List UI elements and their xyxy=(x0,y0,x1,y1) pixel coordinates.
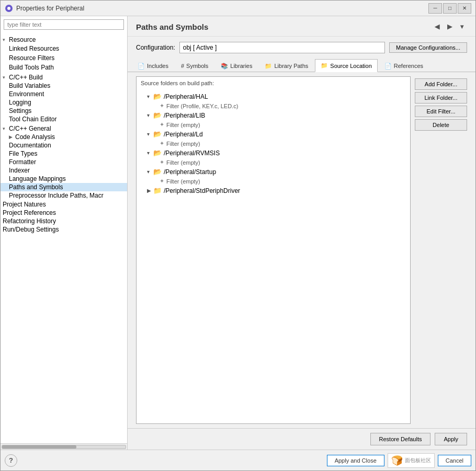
sidebar-item-resource-filters[interactable]: Resource Filters xyxy=(1,54,127,62)
source-row-ld-filter[interactable]: ✦ Filter (empty) xyxy=(137,139,410,148)
sidebar-item-file-types[interactable]: File Types xyxy=(1,150,127,158)
panel-title: Paths and Symbols xyxy=(136,22,208,31)
tab-symbols[interactable]: # Symbols xyxy=(175,59,214,72)
filter-icon-startup: ✦ xyxy=(160,178,164,185)
filter-text-lib: Filter (empty) xyxy=(166,122,200,128)
filter-text-startup: Filter (empty) xyxy=(166,178,200,185)
main-title-row: Paths and Symbols ◀ ▶ ▾ xyxy=(136,21,467,32)
source-panel-label: Source folders on build path: xyxy=(137,77,410,89)
tree-item-resource-filters: Resource Filters xyxy=(1,53,127,63)
sidebar-item-formatter[interactable]: Formatter xyxy=(1,158,127,166)
source-row-stdperiphdriver[interactable]: ▶ 📁 /Peripheral/StdPeriphDriver xyxy=(137,186,410,196)
symbols-tab-icon: # xyxy=(181,63,184,69)
main-header: Paths and Symbols ◀ ▶ ▾ xyxy=(128,16,475,37)
link-folder-button[interactable]: Link Folder... xyxy=(415,92,467,104)
collapse-arrow-lib: ▾ xyxy=(147,112,153,118)
tree-item-build-tools: Build Tools Path xyxy=(1,63,127,72)
close-button[interactable]: ✕ xyxy=(458,3,471,14)
sidebar-item-build-variables[interactable]: Build Variables xyxy=(1,82,127,90)
sidebar-label: Resource Filters xyxy=(9,54,54,62)
sidebar-item-refactoring-history[interactable]: Refactoring History xyxy=(1,217,127,225)
tab-references[interactable]: 📄 References xyxy=(379,59,429,72)
config-select[interactable]: obj [ Active ] xyxy=(179,42,385,53)
tree-item-cpp-general: ▾ C/C++ General ▶ Code Analysis Document… xyxy=(1,124,127,200)
filter-text-hal: Filter (Profile, KEY.c, LED.c) xyxy=(166,103,238,109)
tab-library-paths[interactable]: 📁 Library Paths xyxy=(259,59,314,72)
help-footer: ? Apply and Close 🍞 面包板社区 Cancel xyxy=(1,450,475,470)
maximize-button[interactable]: □ xyxy=(443,3,457,14)
tab-label-symbols: Symbols xyxy=(186,63,208,69)
properties-window: Properties for Peripheral ─ □ ✕ ▾ Resour… xyxy=(0,0,476,471)
tab-source-location[interactable]: 📁 Source Location xyxy=(315,59,378,72)
sidebar-item-logging[interactable]: Logging xyxy=(1,98,127,107)
back-button[interactable]: ◀ xyxy=(432,21,442,32)
libraries-tab-icon: 📚 xyxy=(221,63,228,70)
sidebar-item-language-mappings[interactable]: Language Mappings xyxy=(1,175,127,183)
source-tree-panel: Source folders on build path: ▾ 📂 /Perip… xyxy=(136,76,411,424)
apply-and-close-button[interactable]: Apply and Close xyxy=(327,455,384,466)
filter-text-ld: Filter (empty) xyxy=(166,141,200,147)
filter-icon-lib: ✦ xyxy=(160,121,164,128)
sidebar-item-build-tools[interactable]: Build Tools Path xyxy=(1,63,127,72)
source-row-lib-filter[interactable]: ✦ Filter (empty) xyxy=(137,120,410,129)
sidebar-label: Preprocessor Include Paths, Macr xyxy=(9,192,104,199)
scrollbar-thumb[interactable] xyxy=(2,445,76,449)
sidebar-item-paths-and-symbols[interactable]: Paths and Symbols xyxy=(1,183,127,191)
restore-defaults-button[interactable]: Restore Defaults xyxy=(370,433,431,445)
tab-libraries[interactable]: 📚 Libraries xyxy=(215,59,258,72)
main-panel: Paths and Symbols ◀ ▶ ▾ Configuration: o… xyxy=(128,16,475,450)
sidebar-item-cpp-build[interactable]: ▾ C/C++ Build xyxy=(1,73,127,82)
brand-icon: 🍞 xyxy=(391,455,403,466)
expand-arrow: ▾ xyxy=(3,37,9,42)
sidebar-item-run-debug[interactable]: Run/Debug Settings xyxy=(1,225,127,234)
edit-filter-button[interactable]: Edit Filter... xyxy=(415,106,467,117)
sidebar-item-cpp-general[interactable]: ▾ C/C++ General xyxy=(1,124,127,133)
apply-button[interactable]: Apply xyxy=(435,433,467,445)
folder-icon-ld: 📂 xyxy=(153,130,162,138)
delete-button[interactable]: Delete xyxy=(415,119,467,131)
sidebar-item-project-references[interactable]: Project References xyxy=(1,209,127,217)
tab-bar: 📄 Includes # Symbols 📚 Libraries 📁 Libra… xyxy=(128,59,475,72)
sidebar-label: C/C++ General xyxy=(9,125,51,132)
configuration-row: Configuration: obj [ Active ] Manage Con… xyxy=(136,42,467,53)
add-folder-button[interactable]: Add Folder... xyxy=(415,78,467,90)
help-button[interactable]: ? xyxy=(5,454,17,467)
source-row-startup[interactable]: ▾ 📂 /Peripheral/Startup xyxy=(137,167,410,177)
minimize-button[interactable]: ─ xyxy=(428,3,442,14)
source-row-hal[interactable]: ▾ 📂 /Peripheral/HAL xyxy=(137,91,410,101)
source-row-hal-filter[interactable]: ✦ Filter (Profile, KEY.c, LED.c) xyxy=(137,101,410,110)
source-item-rvmsis: ▾ 📂 /Peripheral/RVMSIS ✦ Filter (empty) xyxy=(137,148,410,167)
sidebar-item-tool-chain-editor[interactable]: Tool Chain Editor xyxy=(1,115,127,123)
tab-includes[interactable]: 📄 Includes xyxy=(132,59,174,72)
forward-button[interactable]: ▶ xyxy=(444,21,455,32)
references-tab-icon: 📄 xyxy=(384,63,392,70)
source-row-rvmsis[interactable]: ▾ 📂 /Peripheral/RVMSIS xyxy=(137,148,410,158)
sidebar-label: Code Analysis xyxy=(15,133,55,141)
sidebar-item-code-analysis[interactable]: ▶ Code Analysis xyxy=(1,133,127,141)
cancel-button[interactable]: Cancel xyxy=(438,455,471,466)
sidebar-item-indexer[interactable]: Indexer xyxy=(1,166,127,175)
source-row-ld[interactable]: ▾ 📂 /Peripheral/Ld xyxy=(137,129,410,139)
sidebar-item-preprocessor[interactable]: Preprocessor Include Paths, Macr xyxy=(1,191,127,200)
tab-label-libraries: Libraries xyxy=(230,63,252,69)
sidebar-item-settings[interactable]: Settings xyxy=(1,107,127,115)
filter-input[interactable] xyxy=(4,19,124,30)
folder-icon-lib: 📂 xyxy=(153,111,162,119)
sidebar-item-linked-resources[interactable]: Linked Resources xyxy=(1,44,127,53)
sidebar-item-resource[interactable]: ▾ Resource xyxy=(1,36,127,44)
source-path-rvmsis: /Peripheral/RVMSIS xyxy=(164,150,220,157)
bottom-bar: Restore Defaults Apply xyxy=(128,428,475,450)
source-path-startup: /Peripheral/Startup xyxy=(164,168,216,176)
app-icon xyxy=(5,4,13,13)
dropdown-button[interactable]: ▾ xyxy=(457,21,467,32)
manage-configurations-button[interactable]: Manage Configurations... xyxy=(389,42,467,53)
sidebar-item-project-natures[interactable]: Project Natures xyxy=(1,200,127,209)
source-row-rvmsis-filter[interactable]: ✦ Filter (empty) xyxy=(137,158,410,167)
library-paths-tab-icon: 📁 xyxy=(265,63,272,70)
source-row-lib[interactable]: ▾ 📂 /Peripheral/LIB xyxy=(137,110,410,120)
sidebar-item-documentation[interactable]: Documentation xyxy=(1,141,127,150)
source-location-tab-icon: 📁 xyxy=(321,62,328,69)
sidebar-item-environment[interactable]: Environment xyxy=(1,90,127,98)
sidebar-label: Formatter xyxy=(9,158,36,166)
source-row-startup-filter[interactable]: ✦ Filter (empty) xyxy=(137,177,410,186)
